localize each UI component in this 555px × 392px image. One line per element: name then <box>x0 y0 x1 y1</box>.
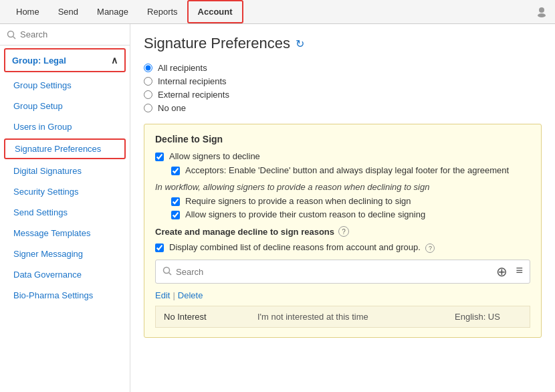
radio-no-one-label: No one <box>158 103 186 113</box>
group-header[interactable]: Group: Legal ∧ <box>4 48 126 72</box>
pipe-separator: | <box>173 290 175 300</box>
acceptors-sub-group: Acceptors: Enable 'Decline' button and a… <box>171 165 530 175</box>
nav-account[interactable]: Account <box>187 0 243 23</box>
group-label: Group: Legal <box>12 56 66 66</box>
svg-point-2 <box>8 31 14 37</box>
display-combined-help-icon[interactable]: ? <box>425 243 435 253</box>
sidebar-item-group-setup[interactable]: Group Setup <box>0 96 130 116</box>
add-icon[interactable]: ⊕ <box>496 264 508 280</box>
sidebar-item-group-settings[interactable]: Group Settings <box>0 75 130 96</box>
create-manage-row: Create and manage decline to sign reason… <box>155 226 530 237</box>
decline-reason-name: No Interest <box>164 312 257 322</box>
display-combined-checkbox[interactable] <box>155 243 164 252</box>
radio-all-recipients-label: All recipients <box>158 63 207 73</box>
delete-link[interactable]: Delete <box>178 290 203 300</box>
help-icon[interactable]: ? <box>338 226 349 237</box>
menu-icon[interactable]: ≡ <box>516 264 523 280</box>
search-actions: ⊕ ≡ <box>496 264 523 280</box>
require-reason-row: Require signers to provide a reason when… <box>171 196 530 206</box>
radio-external-recipients: External recipients <box>144 90 542 100</box>
radio-internal-recipients: Internal recipients <box>144 76 542 86</box>
radio-external-recipients-label: External recipients <box>158 90 229 100</box>
sidebar-item-security-settings[interactable]: Security Settings <box>0 181 130 202</box>
sidebar-item-send-settings[interactable]: Send Settings <box>0 202 130 223</box>
sidebar-item-bio-pharma-settings[interactable]: Bio-Pharma Settings <box>0 285 130 306</box>
page-title-container: Signature Preferences ↻ <box>144 35 542 52</box>
allow-custom-reason-checkbox[interactable] <box>171 211 180 219</box>
nav-send[interactable]: Send <box>49 1 88 22</box>
allow-decline-checkbox-row: Allow signers to decline <box>155 151 530 161</box>
display-combined-row: Display combined list of decline reasons… <box>155 242 530 253</box>
svg-line-5 <box>169 272 172 275</box>
workflow-label: In workflow, allowing signers to provide… <box>155 182 530 192</box>
main-content: Signature Preferences ↻ All recipients I… <box>130 24 555 392</box>
nav-reports[interactable]: Reports <box>138 1 187 22</box>
sidebar-item-users-in-group[interactable]: Users in Group <box>0 116 130 137</box>
top-nav: Home Send Manage Reports Account <box>0 0 555 24</box>
allow-decline-checkbox[interactable] <box>155 153 164 161</box>
decline-search-bar: ⊕ ≡ <box>155 260 530 284</box>
sidebar-item-digital-signatures[interactable]: Digital Signatures <box>0 161 130 181</box>
require-reason-label: Require signers to provide a reason when… <box>185 196 411 206</box>
search-icon <box>7 30 16 39</box>
workflow-checkboxes: Require signers to provide a reason when… <box>171 196 530 219</box>
allow-decline-label: Allow signers to decline <box>169 151 260 161</box>
svg-line-3 <box>13 36 16 39</box>
radio-internal-recipients-label: Internal recipients <box>158 76 227 86</box>
create-manage-label: Create and manage decline to sign reason… <box>155 227 334 237</box>
nav-home[interactable]: Home <box>7 1 49 22</box>
nav-user-icon <box>535 5 548 19</box>
decline-section-title: Decline to Sign <box>155 134 530 144</box>
decline-reason-locale: English: US <box>455 312 522 322</box>
svg-point-4 <box>164 267 170 273</box>
sidebar-search-container <box>0 24 130 45</box>
nav-manage[interactable]: Manage <box>88 1 138 22</box>
decline-reason-row: No Interest I'm not interested at this t… <box>155 306 530 328</box>
acceptors-checkbox-row: Acceptors: Enable 'Decline' button and a… <box>171 165 530 175</box>
app-layout: Group: Legal ∧ Group Settings Group Setu… <box>0 24 555 392</box>
radio-all-recipients: All recipients <box>144 63 542 73</box>
decline-search-icon <box>162 266 172 278</box>
allow-custom-reason-label: Allow signers to provide their custom re… <box>185 209 425 219</box>
decline-section: Decline to Sign Allow signers to decline… <box>144 124 542 338</box>
sidebar-search-input[interactable] <box>20 29 123 39</box>
page-title-text: Signature Preferences <box>144 35 290 52</box>
sidebar-item-signature-preferences[interactable]: Signature Preferences <box>4 138 126 159</box>
refresh-icon[interactable]: ↻ <box>296 37 304 50</box>
sidebar-item-signer-messaging[interactable]: Signer Messaging <box>0 243 130 264</box>
decline-reason-description: I'm not interested at this time <box>257 312 455 322</box>
require-reason-checkbox[interactable] <box>171 197 180 206</box>
svg-point-1 <box>538 13 546 17</box>
acceptors-checkbox[interactable] <box>171 167 180 175</box>
decline-search-input[interactable] <box>176 267 496 277</box>
sidebar-item-data-governance[interactable]: Data Governance <box>0 264 130 285</box>
sidebar-item-message-templates[interactable]: Message Templates <box>0 223 130 243</box>
edit-delete-row: Edit | Delete <box>155 290 530 300</box>
svg-point-0 <box>539 7 544 13</box>
recipient-radio-group: All recipients Internal recipients Exter… <box>144 63 542 113</box>
chevron-up-icon: ∧ <box>111 55 118 66</box>
display-combined-label: Display combined list of decline reasons… <box>169 242 435 253</box>
allow-custom-reason-row: Allow signers to provide their custom re… <box>171 209 530 219</box>
edit-link[interactable]: Edit <box>155 290 170 300</box>
sidebar: Group: Legal ∧ Group Settings Group Setu… <box>0 24 130 392</box>
acceptors-label: Acceptors: Enable 'Decline' button and a… <box>185 165 509 175</box>
radio-no-one: No one <box>144 103 542 113</box>
